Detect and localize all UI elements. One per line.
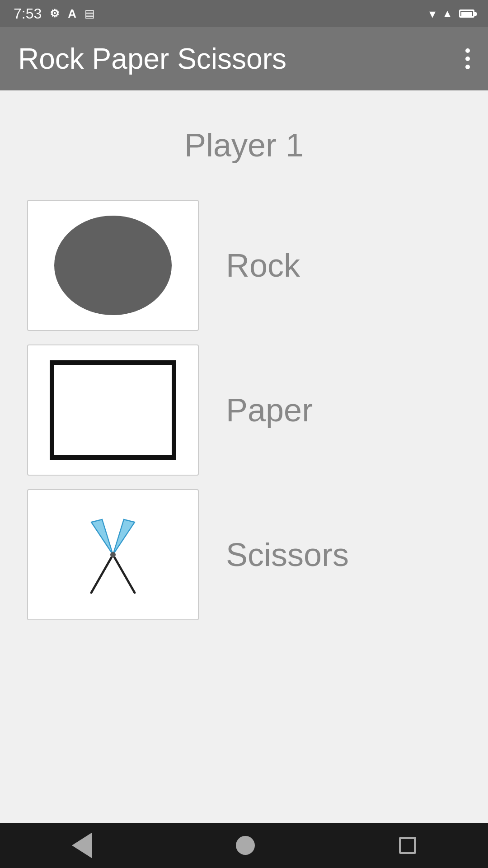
- paper-card[interactable]: [27, 344, 199, 476]
- paper-choice-item[interactable]: Paper: [27, 344, 461, 476]
- sd-card-icon: ▤: [84, 7, 95, 20]
- nav-bar: [0, 823, 488, 868]
- rock-choice-item[interactable]: Rock: [27, 200, 461, 331]
- paper-label: Paper: [226, 392, 313, 429]
- back-button[interactable]: [72, 833, 92, 858]
- scissors-choice-item[interactable]: Scissors: [27, 489, 461, 620]
- recents-icon: [399, 837, 416, 854]
- svg-line-3: [113, 555, 135, 593]
- app-bar: Rock Paper Scissors: [0, 27, 488, 90]
- status-left: 7:53 ⚙ A ▤: [14, 5, 95, 22]
- svg-marker-0: [91, 519, 113, 555]
- dot1: [465, 48, 470, 53]
- rock-card[interactable]: [27, 200, 199, 331]
- svg-point-4: [110, 552, 116, 557]
- main-content: Player 1 Rock Paper: [0, 90, 488, 823]
- status-right: ▾ ▲: [429, 6, 474, 21]
- wifi-icon: ▾: [429, 6, 436, 21]
- player-label: Player 1: [184, 127, 304, 164]
- rock-label: Rock: [226, 247, 300, 284]
- scissors-card[interactable]: [27, 489, 199, 620]
- svg-line-2: [91, 555, 113, 593]
- status-bar: 7:53 ⚙ A ▤ ▾ ▲: [0, 0, 488, 27]
- dot3: [465, 65, 470, 69]
- status-time: 7:53: [14, 5, 42, 22]
- paper-icon: [50, 360, 176, 460]
- settings-icon: ⚙: [50, 7, 60, 20]
- signal-icon: ▲: [442, 7, 453, 20]
- text-field-icon: A: [68, 7, 76, 21]
- more-options-button[interactable]: [465, 48, 470, 69]
- recents-button[interactable]: [399, 837, 416, 854]
- dot2: [465, 57, 470, 61]
- choices-list: Rock Paper: [27, 200, 461, 620]
- back-icon: [72, 833, 92, 858]
- home-icon: [236, 836, 255, 855]
- scissors-icon: [59, 500, 167, 609]
- scissors-label: Scissors: [226, 536, 349, 573]
- battery-icon: [459, 9, 474, 18]
- app-title: Rock Paper Scissors: [18, 42, 286, 75]
- svg-marker-1: [113, 519, 135, 555]
- home-button[interactable]: [236, 836, 255, 855]
- rock-icon: [54, 216, 172, 315]
